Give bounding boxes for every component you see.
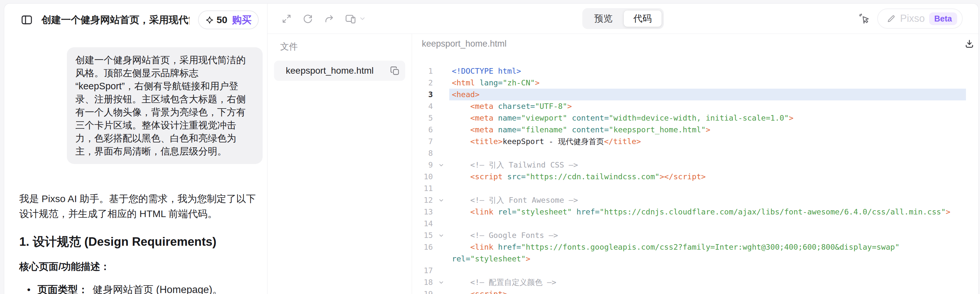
code-line: 15 <!— Google Fonts —> [412, 229, 966, 241]
code-text [449, 265, 966, 277]
bullet-text: 健身网站首页 (Homepage)。 [93, 283, 223, 294]
expand-icon [281, 13, 292, 24]
code-filename: keepsport_home.html [422, 39, 507, 49]
credits-amount: 50 [216, 14, 228, 25]
code-text: <head> [449, 89, 966, 100]
code-panel: keepsport_home.html 1<!DOCTYPE html>2<ht… [412, 34, 978, 294]
chat-title: 创建一个健身网站首页，采用现代简洁... [41, 13, 189, 27]
download-icon [964, 39, 974, 49]
chat-panel: 创建一个健身网站首页，采用现代简洁... 50 购买 创建一个健身网站首页，采用… [4, 3, 267, 294]
expand-button[interactable] [281, 13, 292, 24]
code-text: <!— 引入 Tailwind CSS —> [449, 159, 966, 171]
file-list: keepsport_home.html [274, 60, 405, 81]
code-text [449, 183, 966, 194]
code-text: <script> [449, 288, 966, 294]
subsection-heading: 核心页面/功能描述： [19, 261, 262, 273]
code-text: <!— 配置自定义颜色 —> [449, 277, 966, 288]
file-item[interactable]: keepsport_home.html [274, 60, 405, 81]
app-window: 创建一个健身网站首页，采用现代简洁... 50 购买 创建一个健身网站首页，采用… [4, 3, 979, 294]
ai-cursor-button[interactable] [858, 13, 870, 24]
assistant-intro: 我是 Pixso AI 助手。基于您的需求，我为您制定了以下设计规范，并生成了相… [19, 191, 262, 221]
line-number: 3 [412, 90, 433, 99]
code-line: 19 <script> [412, 288, 966, 294]
code-text: <link href="https://fonts.googleapis.com… [449, 241, 966, 253]
code-text: <script src="https://cdn.tailwindcss.com… [449, 171, 966, 183]
code-line: 6 <meta name="filename" content="keepspo… [412, 124, 966, 136]
files-panel-title: 文件 [280, 41, 405, 52]
copy-icon[interactable] [390, 66, 400, 76]
gem-icon [205, 16, 214, 24]
code-line: 9 <!— 引入 Tailwind CSS —> [412, 159, 966, 171]
line-number: 11 [412, 184, 433, 193]
code-line: rel="stylesheet"> [412, 253, 966, 265]
tab-code[interactable]: 代码 [624, 10, 662, 27]
code-text [449, 147, 966, 159]
line-number: 18 [412, 278, 433, 287]
device-selector[interactable] [345, 13, 366, 24]
code-text: <!DOCTYPE html> [449, 65, 966, 77]
code-line: 3<head> [412, 89, 966, 100]
line-number: 7 [412, 137, 433, 146]
code-text: <meta name="filename" content="keepsport… [449, 124, 966, 136]
code-editor[interactable]: 1<!DOCTYPE html>2<html lang="zh-CN">3<he… [412, 65, 966, 294]
files-panel: 文件 keepsport_home.html [267, 34, 412, 294]
line-number: 10 [412, 172, 433, 181]
code-line: 18 <!— 配置自定义颜色 —> [412, 277, 966, 288]
line-number: 6 [412, 125, 433, 134]
pixso-label: Pixso [900, 13, 925, 24]
redo-button[interactable] [324, 13, 334, 24]
line-number: 2 [412, 78, 433, 87]
bullet-label: 页面类型： [38, 283, 88, 294]
code-line: 16 <link href="https://fonts.googleapis.… [412, 241, 966, 253]
sidebar-toggle-button[interactable] [21, 14, 33, 26]
workspace: 预览代码 Pixso Beta 文件 [267, 3, 978, 294]
line-number: 17 [412, 266, 433, 275]
chevron-down-icon [358, 15, 366, 22]
work-body: 文件 keepsport_home.html keepsport_home.ht… [267, 34, 978, 294]
code-text: <meta name="viewport" content="width=dev… [449, 112, 966, 124]
code-line: 4 <meta charset="UTF-8"> [412, 100, 966, 112]
line-number: 1 [412, 67, 433, 76]
code-line: 5 <meta name="viewport" content="width=d… [412, 112, 966, 124]
pencil-icon [886, 14, 896, 24]
code-text: <html lang="zh-CN"> [449, 77, 966, 89]
line-number: 4 [412, 102, 433, 111]
fold-chevron-icon[interactable] [433, 162, 449, 168]
line-number: 14 [412, 219, 433, 228]
refresh-button[interactable] [302, 13, 313, 24]
code-text: <!— 引入 Font Awesome —> [449, 194, 966, 206]
code-line: 11 [412, 183, 966, 194]
tab-preview[interactable]: 预览 [585, 10, 622, 27]
line-number: 16 [412, 243, 433, 252]
code-line: 10 <script src="https://cdn.tailwindcss.… [412, 171, 966, 183]
code-line: 17 [412, 265, 966, 277]
line-number: 9 [412, 161, 433, 170]
sidebar-toggle-icon [21, 14, 33, 26]
download-button[interactable] [964, 39, 974, 49]
code-text: <meta charset="UTF-8"> [449, 100, 966, 112]
workspace-toolbar: 预览代码 Pixso Beta [267, 3, 978, 34]
code-text [449, 218, 966, 229]
credits-badge[interactable]: 50 购买 [198, 10, 259, 29]
open-in-pixso-button[interactable]: Pixso Beta [877, 8, 963, 29]
buy-button[interactable]: 购买 [232, 13, 251, 27]
line-number: 5 [412, 113, 433, 122]
cursor-sparkle-icon [858, 13, 870, 24]
fold-chevron-icon[interactable] [433, 197, 449, 204]
code-text: rel="stylesheet"> [449, 253, 966, 265]
chat-scroll-area[interactable]: 创建一个健身网站首页，采用现代简洁的风格。顶部左侧显示品牌标志 “keepSpo… [4, 36, 267, 294]
line-number: 19 [412, 289, 433, 294]
redo-icon [324, 13, 334, 24]
code-line: 2<html lang="zh-CN"> [412, 77, 966, 89]
fold-chevron-icon[interactable] [433, 279, 449, 286]
line-number: 15 [412, 231, 433, 240]
code-text: <link rel="stylesheet" href="https://cdn… [449, 206, 966, 218]
fold-chevron-icon[interactable] [433, 232, 449, 239]
code-line: 1<!DOCTYPE html> [412, 65, 966, 77]
beta-badge: Beta [929, 13, 957, 25]
code-line: 12 <!— 引入 Font Awesome —> [412, 194, 966, 206]
section-heading: 1. 设计规范 (Design Requirements) [19, 234, 262, 250]
code-line: 14 [412, 218, 966, 229]
code-line: 13 <link rel="stylesheet" href="https://… [412, 206, 966, 218]
file-name: keepsport_home.html [286, 65, 374, 76]
